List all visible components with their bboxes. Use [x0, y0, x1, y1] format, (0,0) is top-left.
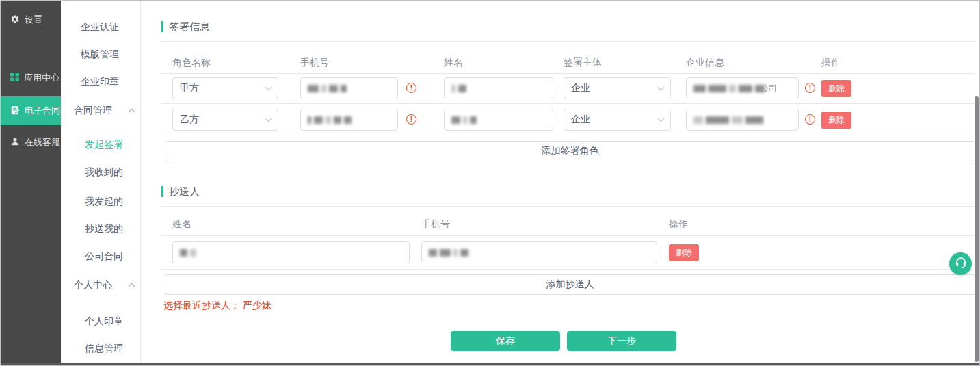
sidebar-group-contract-mgmt[interactable]: 合同管理 [74, 103, 134, 117]
divider [160, 103, 975, 104]
chevron-down-icon [658, 84, 665, 91]
role-select[interactable]: 乙方 [172, 109, 278, 131]
warning-icon [805, 83, 815, 93]
vertical-scrollbar[interactable] [975, 96, 979, 362]
redacted-value [693, 116, 763, 124]
subject-select[interactable]: 企业 [564, 77, 671, 99]
redacted-value [308, 85, 347, 92]
company-input[interactable] [686, 109, 799, 131]
divider [160, 41, 975, 42]
delete-button[interactable]: 删除 [821, 112, 851, 129]
chevron-up-icon [129, 283, 135, 289]
nav-item-label: 电子合同 [25, 105, 60, 117]
name-input[interactable] [444, 77, 553, 99]
sidebar-group-personal-center[interactable]: 个人中心 [74, 278, 134, 291]
sidebar-item-initiate-sign[interactable]: 发起签署 [85, 138, 123, 151]
chevron-down-icon [658, 116, 665, 122]
next-step-button[interactable]: 下一步 [567, 331, 676, 351]
sidebar-group-label: 合同管理 [74, 103, 112, 117]
phone-input[interactable] [300, 109, 398, 131]
nav-item-label: 设置 [25, 14, 42, 26]
divider [160, 135, 975, 135]
col-header-action: 操作 [821, 57, 840, 68]
sidebar-item-cc-to-me[interactable]: 抄送我的 [85, 222, 123, 235]
redacted-value [451, 116, 477, 124]
contract-icon [10, 105, 20, 117]
cc-col-header-phone: 手机号 [421, 218, 450, 229]
name-input[interactable] [444, 109, 553, 131]
divider [160, 73, 975, 74]
sidebar-group-label: 个人中心 [74, 278, 112, 291]
sidebar-item-company-contract[interactable]: 公司合同 [85, 249, 123, 263]
redacted-value [180, 249, 196, 257]
sidebar-item-enterprise-seal[interactable]: 企业印章 [81, 75, 119, 88]
main-content: 签署信息 角色名称 手机号 姓名 签署主体 企业信息 操作 甲方 企业 [141, 1, 980, 364]
nav-item-app-center[interactable]: 应用中心 [1, 64, 61, 92]
col-header-phone: 手机号 [300, 57, 329, 68]
col-header-name: 姓名 [444, 57, 463, 68]
add-sign-role-button[interactable]: 添加签署角色 [165, 141, 975, 161]
delete-button[interactable]: 删除 [669, 244, 699, 261]
chevron-down-icon [265, 116, 272, 122]
divider [160, 235, 975, 236]
chevron-down-icon [265, 84, 272, 91]
sidebar-item-initiated[interactable]: 我发起的 [85, 194, 123, 208]
chevron-up-icon [129, 108, 135, 115]
warning-icon [406, 83, 416, 93]
redacted-value [693, 85, 765, 92]
col-header-company: 企业信息 [686, 57, 724, 68]
col-header-role: 角色名称 [172, 57, 211, 68]
cc-section-title: 抄送人 [161, 186, 200, 197]
warning-icon [805, 114, 815, 125]
redacted-value [308, 116, 352, 124]
subject-select-value: 企业 [571, 82, 590, 94]
primary-sidebar: 设置 应用中心 电子合同 在线客服 [1, 1, 61, 364]
sign-section-title: 签署信息 [161, 21, 210, 32]
redacted-value [451, 85, 466, 92]
save-button[interactable]: 保存 [451, 331, 560, 351]
subject-select[interactable]: 企业 [564, 109, 671, 131]
window-bottom-edge [1, 363, 979, 365]
warning-icon [406, 114, 416, 125]
company-suffix: 公司 [760, 83, 777, 94]
phone-input[interactable] [300, 77, 398, 99]
nav-item-label: 应用中心 [24, 72, 59, 84]
nav-item-online-service[interactable]: 在线客服 [1, 128, 61, 157]
redacted-value [429, 249, 468, 257]
divider [160, 206, 975, 207]
role-select-value: 甲方 [180, 82, 199, 94]
subject-select-value: 企业 [571, 114, 590, 126]
grid-icon [10, 73, 19, 83]
sidebar-item-received[interactable]: 我收到的 [85, 165, 123, 179]
divider [160, 269, 975, 270]
cc-col-header-action: 操作 [669, 218, 688, 229]
nav-item-e-contract[interactable]: 电子合同 [1, 96, 61, 125]
customer-service-float-button[interactable] [949, 252, 972, 275]
person-icon [10, 137, 20, 148]
sidebar-item-enterprise-auth[interactable]: 企业认证 [81, 20, 119, 34]
role-select-value: 乙方 [180, 114, 199, 126]
nav-item-settings[interactable]: 设置 [1, 5, 61, 34]
cc-name-input[interactable] [172, 241, 410, 263]
cc-phone-input[interactable] [421, 241, 657, 263]
delete-button[interactable]: 删除 [821, 80, 851, 97]
col-header-subject: 签署主体 [564, 57, 602, 68]
company-input[interactable]: 公司 [686, 77, 799, 99]
gear-icon [10, 14, 20, 26]
recent-cc-hint: 选择最近抄送人： 严少妹 [163, 300, 272, 312]
secondary-sidebar: 企业认证 模版管理 企业印章 合同管理 发起签署 我收到的 我发起的 抄送我的 … [61, 1, 141, 364]
role-select[interactable]: 甲方 [172, 77, 278, 99]
headset-icon [955, 257, 967, 271]
nav-item-label: 在线客服 [25, 136, 60, 148]
sidebar-item-template-mgmt[interactable]: 模版管理 [81, 47, 119, 61]
cc-col-header-name: 姓名 [172, 218, 191, 229]
app-window: 设置 应用中心 电子合同 在线客服 企业认证 模版管理 企业印章 合同管理 [0, 0, 980, 366]
add-cc-button[interactable]: 添加抄送人 [165, 274, 975, 295]
sidebar-item-info-mgmt[interactable]: 信息管理 [85, 341, 123, 355]
sidebar-item-personal-seal[interactable]: 个人印章 [85, 314, 123, 328]
